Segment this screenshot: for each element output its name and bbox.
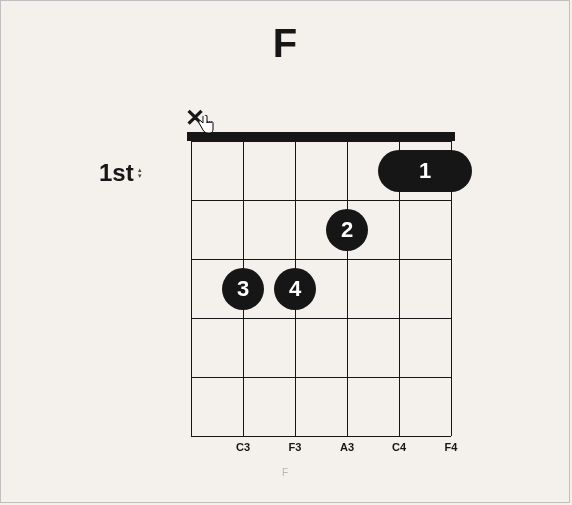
string-note-label: A3 — [321, 441, 373, 453]
string-line — [191, 141, 192, 436]
string-mute-marker[interactable]: ✕ — [185, 106, 205, 130]
footer-chord-label: F — [1, 467, 569, 478]
string-note-label: C3 — [217, 441, 269, 453]
finger-dot[interactable]: 2 — [326, 209, 368, 251]
fret-position-stepper[interactable]: 1st ▴▾ — [99, 159, 142, 187]
string-note-label: F4 — [425, 441, 477, 453]
stepper-arrows-icon: ▴▾ — [138, 167, 142, 179]
fret-line — [191, 377, 451, 378]
finger-dot[interactable]: 4 — [274, 268, 316, 310]
nut — [187, 132, 455, 141]
fret-position-value: 1st — [99, 159, 134, 187]
chord-name: F — [1, 21, 569, 66]
fret-line — [191, 259, 451, 260]
string-line — [347, 141, 348, 436]
string-note-label: C4 — [373, 441, 425, 453]
finger-barre[interactable]: 1 — [378, 150, 472, 192]
fret-line — [191, 318, 451, 319]
fret-line — [191, 200, 451, 201]
string-note-label: F3 — [269, 441, 321, 453]
chord-diagram-panel: F ✕ 1st ▴▾ 1234C3F3A3C4F4 F — [0, 0, 570, 503]
fret-line — [191, 436, 451, 437]
finger-dot[interactable]: 3 — [222, 268, 264, 310]
fret-line — [191, 141, 451, 142]
fretboard[interactable]: 1234C3F3A3C4F4 — [191, 141, 451, 436]
